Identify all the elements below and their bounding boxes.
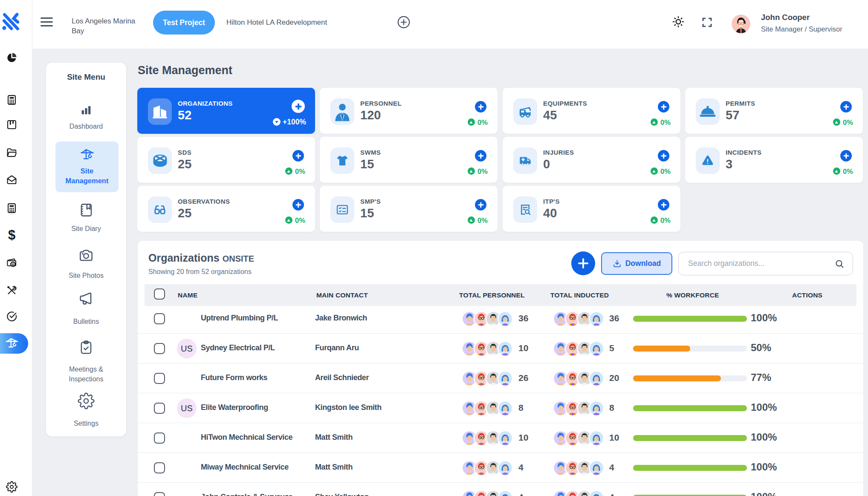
svg-text:$: $ <box>12 262 14 267</box>
